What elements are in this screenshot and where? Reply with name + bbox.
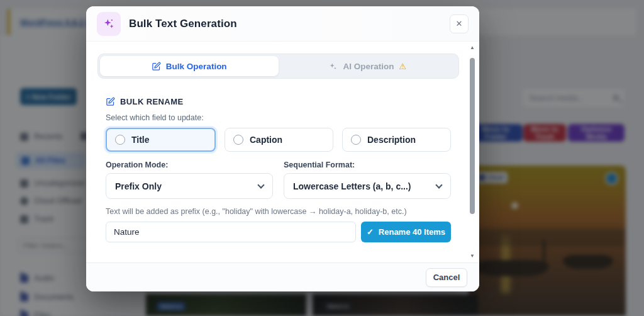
scrollbar-track[interactable] xyxy=(470,52,475,252)
operation-mode-label: Operation Mode: xyxy=(106,161,273,169)
radio-icon xyxy=(115,135,125,145)
section-title: BULK RENAME xyxy=(120,97,183,106)
field-option-caption[interactable]: Caption xyxy=(225,128,333,152)
radio-icon xyxy=(233,135,243,145)
tab-bulk-operation[interactable]: Bulk Operation xyxy=(100,56,279,76)
modal-body: Bulk Operation AI Operation ⚠ BULK RENAM… xyxy=(86,42,479,242)
rename-items-button[interactable]: ✓ Rename 40 Items xyxy=(361,222,451,242)
warning-icon: ⚠ xyxy=(399,62,406,71)
sparkles-icon xyxy=(328,62,338,71)
sequential-format-label: Sequential Format: xyxy=(284,161,451,169)
edit-icon xyxy=(152,62,161,71)
modal-header: Bulk Text Generation ✕ xyxy=(86,6,479,42)
tab-ai-operation[interactable]: AI Operation ⚠ xyxy=(279,56,457,76)
chevron-down-icon xyxy=(257,181,264,188)
radio-icon xyxy=(351,135,361,145)
prefix-text-input[interactable] xyxy=(106,222,356,242)
close-button[interactable]: ✕ xyxy=(450,14,469,33)
bulk-rename-section: BULK RENAME Select which field to update… xyxy=(97,97,459,242)
scroll-down-arrow[interactable]: ▼ xyxy=(468,252,477,260)
modal-scrollbar: ▲ ▼ xyxy=(468,44,477,260)
sparkles-icon xyxy=(97,12,121,36)
scroll-up-arrow[interactable]: ▲ xyxy=(468,44,477,52)
tab-strip: Bulk Operation AI Operation ⚠ xyxy=(97,54,459,79)
cancel-button[interactable]: Cancel xyxy=(426,268,467,287)
field-option-description[interactable]: Description xyxy=(342,128,451,152)
check-icon: ✓ xyxy=(367,227,374,237)
bulk-text-generation-modal: Bulk Text Generation ✕ Bulk Operation AI… xyxy=(86,6,479,291)
prefix-helper-text: Text will be added as prefix (e.g., "hol… xyxy=(106,207,451,216)
scrollbar-thumb[interactable] xyxy=(470,58,475,214)
field-select-label: Select which field to update: xyxy=(106,113,451,122)
sequential-format-select[interactable]: Lowercase Letters (a, b, c...) xyxy=(284,173,451,199)
field-option-cards: Title Caption Description xyxy=(106,128,451,152)
operation-mode-select[interactable]: Prefix Only xyxy=(106,173,273,199)
field-option-title[interactable]: Title xyxy=(106,128,216,152)
edit-icon xyxy=(106,97,115,106)
chevron-down-icon xyxy=(435,181,442,188)
screen: WordPress 6.8.2 is available! Please upd… xyxy=(0,0,644,316)
modal-title: Bulk Text Generation xyxy=(129,18,237,30)
modal-footer: Cancel xyxy=(86,262,479,291)
